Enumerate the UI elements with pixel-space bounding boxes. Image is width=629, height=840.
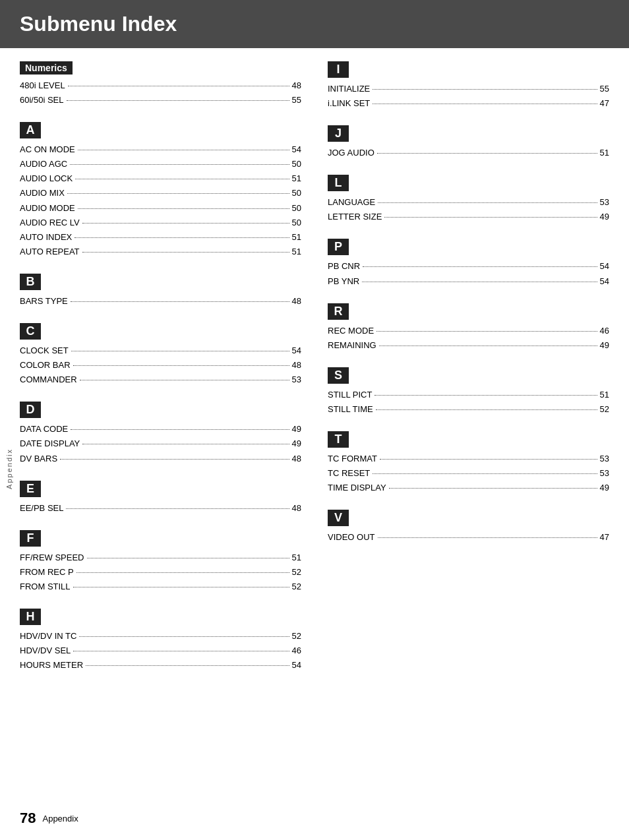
entry-name: AUDIO MODE xyxy=(20,201,75,216)
index-entry: DATE DISPLAY49 xyxy=(20,436,301,451)
entry-dots xyxy=(70,164,289,165)
entry-name: TIME DISPLAY xyxy=(328,481,386,495)
index-entry: TC RESET53 xyxy=(328,466,609,481)
entry-page: 46 xyxy=(600,324,609,338)
section-v: VVIDEO OUT47 xyxy=(328,510,609,545)
entry-name: DATA CODE xyxy=(20,422,68,436)
page-header: Submenu Index xyxy=(0,0,629,48)
index-entry: i.LINK SET47 xyxy=(328,96,609,111)
entry-dots xyxy=(378,202,597,203)
entry-page: 49 xyxy=(292,436,301,451)
section-header-c: C xyxy=(20,323,41,340)
entry-name: PB YNR xyxy=(328,274,359,289)
index-entry: COMMANDER53 xyxy=(20,373,301,387)
entry-page: 54 xyxy=(292,344,301,358)
section-header-t: T xyxy=(328,431,349,448)
index-entry: REMAINING49 xyxy=(328,338,609,353)
entry-page: 48 xyxy=(292,358,301,373)
entry-name: HDV/DV SEL xyxy=(20,644,71,658)
section-h: HHDV/DV IN TC52HDV/DV SEL46HOURS METER54 xyxy=(20,609,301,673)
entry-name: INITIALIZE xyxy=(328,82,370,96)
section-header-b: B xyxy=(20,274,41,290)
entry-dots xyxy=(377,153,597,154)
index-entry: AUDIO MODE50 xyxy=(20,201,301,216)
entry-name: FROM REC P xyxy=(20,565,74,580)
entry-dots xyxy=(87,558,289,558)
index-entry: 480i LEVEL48 xyxy=(20,78,301,93)
entry-page: 53 xyxy=(292,373,301,387)
section-header-l: L xyxy=(328,175,349,191)
index-entry: PB YNR54 xyxy=(328,274,609,289)
entry-page: 53 xyxy=(600,195,609,210)
entry-name: REC MODE xyxy=(328,324,374,338)
entry-name: AUTO REPEAT xyxy=(20,245,80,259)
entry-page: 51 xyxy=(292,551,301,565)
entry-page: 50 xyxy=(292,186,301,200)
index-entry: BARS TYPE48 xyxy=(20,294,301,309)
index-entry: TC FORMAT53 xyxy=(328,452,609,466)
entry-name: STILL TIME xyxy=(328,402,373,417)
index-entry: HOURS METER54 xyxy=(20,658,301,673)
entry-page: 47 xyxy=(600,530,609,545)
entry-name: COLOR BAR xyxy=(20,358,71,373)
entry-name: AC ON MODE xyxy=(20,142,75,157)
entry-name: AUTO INDEX xyxy=(20,230,72,245)
entry-name: TC FORMAT xyxy=(328,452,377,466)
section-header-j: J xyxy=(328,125,349,142)
entry-page: 52 xyxy=(600,402,609,417)
section-header-f: F xyxy=(20,530,41,547)
entry-name: REMAINING xyxy=(328,338,376,353)
entry-dots xyxy=(71,429,289,430)
entry-name: AUDIO LOCK xyxy=(20,171,73,186)
entry-dots xyxy=(82,444,289,444)
index-entry: LANGUAGE53 xyxy=(328,195,609,210)
entry-page: 53 xyxy=(600,466,609,481)
entry-dots xyxy=(389,488,597,489)
section-header-v: V xyxy=(328,510,349,526)
index-entry: TIME DISPLAY49 xyxy=(328,481,609,495)
entry-dots xyxy=(73,365,289,366)
section-header-h: H xyxy=(20,609,41,625)
index-entry: HDV/DV IN TC52 xyxy=(20,629,301,644)
entry-name: FF/REW SPEED xyxy=(20,551,84,565)
entry-name: i.LINK SET xyxy=(328,96,370,111)
section-t: TTC FORMAT53TC RESET53TIME DISPLAY49 xyxy=(328,431,609,495)
index-entry: AUTO INDEX51 xyxy=(20,230,301,245)
entry-dots xyxy=(374,395,597,396)
entry-name: LANGUAGE xyxy=(328,195,375,210)
entry-page: 52 xyxy=(292,580,301,594)
entry-dots xyxy=(380,459,597,460)
entry-page: 48 xyxy=(292,294,301,309)
entry-dots xyxy=(75,237,289,238)
index-entry: EE/PB SEL48 xyxy=(20,501,301,516)
entry-name: AUDIO AGC xyxy=(20,157,67,171)
entry-page: 52 xyxy=(292,629,301,644)
entry-dots xyxy=(73,651,289,651)
entry-dots xyxy=(73,587,289,587)
entry-page: 50 xyxy=(292,157,301,171)
entry-name: COMMANDER xyxy=(20,373,77,387)
entry-dots xyxy=(79,636,289,637)
section-header-numerics: Numerics xyxy=(20,61,73,75)
entry-dots xyxy=(379,345,597,346)
index-entry: JOG AUDIO51 xyxy=(328,146,609,160)
index-entry: LETTER SIZE49 xyxy=(328,210,609,224)
entry-dots xyxy=(71,301,289,302)
entry-name: BARS TYPE xyxy=(20,294,68,309)
section-s: SSTILL PICT51STILL TIME52 xyxy=(328,367,609,417)
entry-page: 50 xyxy=(292,216,301,230)
section-header-s: S xyxy=(328,367,349,384)
entry-dots xyxy=(78,150,289,150)
index-entry: VIDEO OUT47 xyxy=(328,530,609,545)
entry-page: 51 xyxy=(600,388,609,402)
entry-dots xyxy=(75,179,289,179)
entry-page: 54 xyxy=(292,658,301,673)
entry-dots xyxy=(68,86,289,86)
entry-dots xyxy=(376,331,597,332)
entry-name: AUDIO REC LV xyxy=(20,216,80,230)
index-entry: STILL TIME52 xyxy=(328,402,609,417)
entry-page: 54 xyxy=(600,274,609,289)
entry-page: 49 xyxy=(600,481,609,495)
entry-page: 51 xyxy=(292,171,301,186)
entry-page: 49 xyxy=(600,338,609,353)
